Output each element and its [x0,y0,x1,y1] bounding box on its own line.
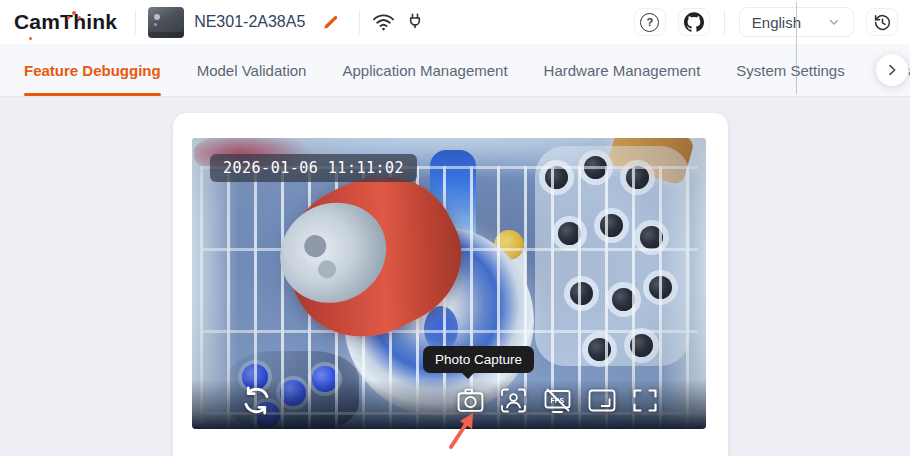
device-name: NE301-2A38A5 [194,13,305,31]
page: CamThink NE301-2A38A5 [0,0,910,456]
help-icon: ? [640,13,659,32]
device-thumbnail [148,7,184,38]
header: CamThink NE301-2A38A5 [0,0,910,44]
tab-bar: Feature Debugging Model Validation Appli… [0,44,910,97]
tab-model-validation[interactable]: Model Validation [197,44,307,96]
power-plug-icon [405,11,425,34]
header-divider [135,10,136,34]
camera-feed: 2026-01-06 11:11:02 Photo Capture [192,138,706,429]
header-divider [359,10,360,34]
history-icon [873,13,892,32]
header-actions: ? English [634,7,898,37]
timestamp-overlay: 2026-01-06 11:11:02 [210,154,417,182]
refresh-button[interactable] [241,385,272,416]
fps-monitor-off-icon: FPS [542,387,573,415]
edit-device-name-button[interactable] [315,8,347,36]
tab-application-management[interactable]: Application Management [342,44,507,96]
camthink-logo: CamThink [8,10,123,34]
tab-hardware-management[interactable]: Hardware Management [544,44,701,96]
chevron-down-icon [827,15,841,29]
tabs-scroll-next-button[interactable] [876,54,908,86]
header-divider [724,10,725,34]
vertical-divider-line [796,2,797,94]
pip-button[interactable] [587,387,617,414]
person-detection-button[interactable] [499,387,528,414]
fps-toggle-button[interactable]: FPS [542,387,573,415]
logo-dot [78,16,81,19]
help-button[interactable]: ? [634,8,666,36]
tab-system-settings[interactable]: System Settings [736,44,844,96]
device-status-icons [372,11,425,34]
logo-dot [67,16,70,19]
camera-feed-card: 2026-01-06 11:11:02 Photo Capture [173,113,728,456]
picture-in-picture-icon [587,387,617,414]
github-button[interactable] [678,8,710,36]
history-button[interactable] [866,8,898,36]
chevron-right-icon [884,62,900,78]
person-scan-icon [499,387,528,414]
logo-dot [72,11,76,15]
wifi-icon [372,12,395,32]
photo-capture-tooltip: Photo Capture [423,346,534,373]
logo-text: CamThink [14,10,117,33]
language-label: English [752,14,801,31]
logo-dot [29,37,32,40]
annotation-arrow [438,401,488,453]
refresh-icon [241,385,272,416]
github-icon [684,12,704,32]
fullscreen-icon [631,387,659,414]
pencil-icon [322,13,340,31]
tab-feature-debugging[interactable]: Feature Debugging [24,44,161,96]
fullscreen-button[interactable] [631,387,659,414]
